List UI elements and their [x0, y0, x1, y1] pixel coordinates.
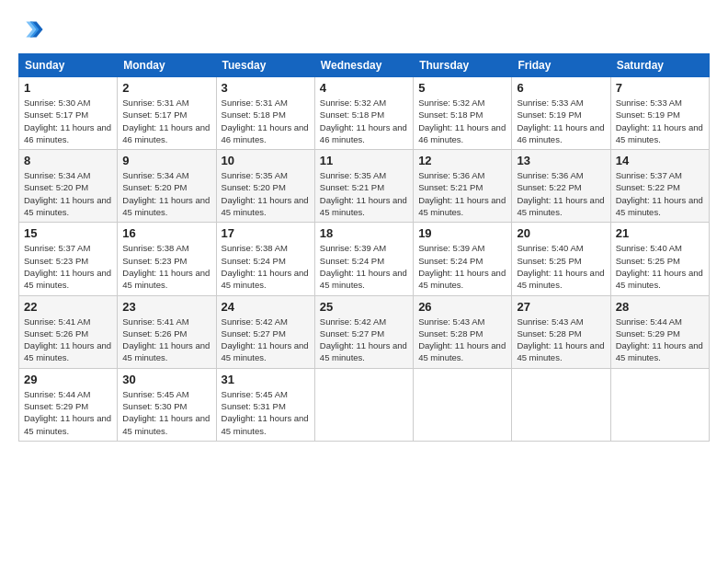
calendar-cell: 19 Sunrise: 5:39 AMSunset: 5:24 PMDaylig… [414, 223, 512, 295]
day-number: 25 [320, 300, 408, 314]
day-detail: Sunrise: 5:42 AMSunset: 5:27 PMDaylight:… [320, 316, 407, 363]
day-number: 9 [122, 154, 210, 167]
day-detail: Sunrise: 5:36 AMSunset: 5:21 PMDaylight:… [418, 170, 506, 217]
calendar-cell: 7 Sunrise: 5:33 AMSunset: 5:19 PMDayligh… [610, 77, 709, 150]
day-number: 18 [320, 226, 408, 240]
calendar-cell: 24 Sunrise: 5:42 AMSunset: 5:27 PMDaylig… [216, 295, 314, 368]
calendar-cell: 2 Sunrise: 5:31 AMSunset: 5:17 PMDayligh… [118, 77, 216, 150]
day-number: 6 [517, 81, 605, 95]
calendar-week-4: 22 Sunrise: 5:41 AMSunset: 5:26 PMDaylig… [19, 295, 710, 368]
day-detail: Sunrise: 5:32 AMSunset: 5:18 PMDaylight:… [418, 98, 506, 144]
day-number: 23 [122, 300, 210, 314]
day-number: 17 [222, 226, 310, 240]
calendar-cell: 22 Sunrise: 5:41 AMSunset: 5:26 PMDaylig… [19, 295, 118, 368]
logo-icon [18, 17, 44, 42]
calendar-week-3: 15 Sunrise: 5:37 AMSunset: 5:23 PMDaylig… [19, 223, 710, 295]
day-detail: Sunrise: 5:40 AMSunset: 5:25 PMDaylight:… [517, 243, 604, 290]
day-detail: Sunrise: 5:41 AMSunset: 5:26 PMDaylight:… [122, 316, 210, 363]
calendar-cell: 16 Sunrise: 5:38 AMSunset: 5:23 PMDaylig… [118, 223, 216, 295]
day-number: 2 [122, 81, 210, 95]
calendar-cell: 5 Sunrise: 5:32 AMSunset: 5:18 PMDayligh… [414, 77, 512, 150]
calendar-cell: 28 Sunrise: 5:44 AMSunset: 5:29 PMDaylig… [610, 295, 709, 368]
day-number: 31 [222, 373, 310, 386]
calendar-cell: 23 Sunrise: 5:41 AMSunset: 5:26 PMDaylig… [118, 295, 216, 368]
day-number: 15 [24, 226, 112, 240]
day-detail: Sunrise: 5:37 AMSunset: 5:23 PMDaylight:… [24, 243, 111, 290]
day-number: 29 [24, 373, 112, 386]
calendar-cell: 18 Sunrise: 5:39 AMSunset: 5:24 PMDaylig… [314, 223, 413, 295]
day-detail: Sunrise: 5:31 AMSunset: 5:17 PMDaylight:… [122, 98, 210, 144]
day-number: 7 [616, 81, 704, 95]
day-detail: Sunrise: 5:43 AMSunset: 5:28 PMDaylight:… [517, 316, 604, 363]
calendar-cell: 17 Sunrise: 5:38 AMSunset: 5:24 PMDaylig… [216, 223, 314, 295]
calendar-cell: 13 Sunrise: 5:36 AMSunset: 5:22 PMDaylig… [512, 150, 610, 223]
day-header-friday: Friday [512, 54, 610, 77]
day-number: 21 [616, 226, 704, 240]
calendar-table: SundayMondayTuesdayWednesdayThursdayFrid… [18, 53, 710, 442]
day-detail: Sunrise: 5:40 AMSunset: 5:25 PMDaylight:… [616, 243, 703, 290]
calendar-week-1: 1 Sunrise: 5:30 AMSunset: 5:17 PMDayligh… [19, 77, 710, 150]
header [18, 17, 710, 42]
calendar-cell: 21 Sunrise: 5:40 AMSunset: 5:25 PMDaylig… [610, 223, 709, 295]
day-detail: Sunrise: 5:32 AMSunset: 5:18 PMDaylight:… [320, 98, 407, 144]
day-number: 13 [517, 154, 605, 167]
calendar-cell: 3 Sunrise: 5:31 AMSunset: 5:18 PMDayligh… [216, 77, 314, 150]
calendar-cell: 27 Sunrise: 5:43 AMSunset: 5:28 PMDaylig… [512, 295, 610, 368]
day-number: 8 [24, 154, 112, 167]
calendar-cell: 26 Sunrise: 5:43 AMSunset: 5:28 PMDaylig… [414, 295, 512, 368]
calendar-cell: 14 Sunrise: 5:37 AMSunset: 5:22 PMDaylig… [610, 150, 709, 223]
day-detail: Sunrise: 5:37 AMSunset: 5:22 PMDaylight:… [616, 170, 703, 217]
calendar-cell: 11 Sunrise: 5:35 AMSunset: 5:21 PMDaylig… [314, 150, 413, 223]
day-detail: Sunrise: 5:45 AMSunset: 5:31 PMDaylight:… [222, 389, 309, 436]
calendar-cell: 12 Sunrise: 5:36 AMSunset: 5:21 PMDaylig… [414, 150, 512, 223]
calendar-cell [512, 368, 610, 441]
calendar-cell: 20 Sunrise: 5:40 AMSunset: 5:25 PMDaylig… [512, 223, 610, 295]
day-detail: Sunrise: 5:34 AMSunset: 5:20 PMDaylight:… [24, 170, 111, 217]
day-detail: Sunrise: 5:36 AMSunset: 5:22 PMDaylight:… [517, 170, 604, 217]
day-number: 24 [222, 300, 310, 314]
day-number: 3 [222, 81, 310, 95]
day-detail: Sunrise: 5:34 AMSunset: 5:20 PMDaylight:… [122, 170, 210, 217]
calendar-cell [314, 368, 413, 441]
day-detail: Sunrise: 5:35 AMSunset: 5:21 PMDaylight:… [320, 170, 407, 217]
day-number: 20 [517, 226, 605, 240]
calendar-cell: 8 Sunrise: 5:34 AMSunset: 5:20 PMDayligh… [19, 150, 118, 223]
day-detail: Sunrise: 5:31 AMSunset: 5:18 PMDaylight:… [222, 98, 309, 144]
calendar-cell: 1 Sunrise: 5:30 AMSunset: 5:17 PMDayligh… [19, 77, 118, 150]
day-detail: Sunrise: 5:38 AMSunset: 5:23 PMDaylight:… [122, 243, 210, 290]
day-number: 22 [24, 300, 112, 314]
calendar-cell [414, 368, 512, 441]
day-number: 27 [517, 300, 605, 314]
calendar-cell: 30 Sunrise: 5:45 AMSunset: 5:30 PMDaylig… [118, 368, 216, 441]
day-number: 11 [320, 154, 408, 167]
calendar-cell: 31 Sunrise: 5:45 AMSunset: 5:31 PMDaylig… [216, 368, 314, 441]
calendar-cell: 10 Sunrise: 5:35 AMSunset: 5:20 PMDaylig… [216, 150, 314, 223]
day-number: 30 [122, 373, 210, 386]
page: SundayMondayTuesdayWednesdayThursdayFrid… [0, 0, 728, 451]
calendar-cell: 29 Sunrise: 5:44 AMSunset: 5:29 PMDaylig… [19, 368, 118, 441]
day-number: 28 [616, 300, 704, 314]
day-number: 26 [418, 300, 506, 314]
day-detail: Sunrise: 5:44 AMSunset: 5:29 PMDaylight:… [616, 316, 703, 363]
calendar-cell: 6 Sunrise: 5:33 AMSunset: 5:19 PMDayligh… [512, 77, 610, 150]
day-header-monday: Monday [118, 54, 216, 77]
day-header-wednesday: Wednesday [314, 54, 413, 77]
day-detail: Sunrise: 5:41 AMSunset: 5:26 PMDaylight:… [24, 316, 111, 363]
calendar-cell: 4 Sunrise: 5:32 AMSunset: 5:18 PMDayligh… [314, 77, 413, 150]
calendar-week-2: 8 Sunrise: 5:34 AMSunset: 5:20 PMDayligh… [19, 150, 710, 223]
calendar-cell: 15 Sunrise: 5:37 AMSunset: 5:23 PMDaylig… [19, 223, 118, 295]
day-detail: Sunrise: 5:45 AMSunset: 5:30 PMDaylight:… [122, 389, 210, 436]
day-detail: Sunrise: 5:33 AMSunset: 5:19 PMDaylight:… [517, 98, 604, 144]
day-detail: Sunrise: 5:44 AMSunset: 5:29 PMDaylight:… [24, 389, 111, 436]
day-header-saturday: Saturday [610, 54, 709, 77]
day-detail: Sunrise: 5:35 AMSunset: 5:20 PMDaylight:… [222, 170, 309, 217]
day-number: 19 [418, 226, 506, 240]
logo [18, 17, 48, 42]
day-number: 4 [320, 81, 408, 95]
day-detail: Sunrise: 5:39 AMSunset: 5:24 PMDaylight:… [320, 243, 407, 290]
day-detail: Sunrise: 5:38 AMSunset: 5:24 PMDaylight:… [222, 243, 309, 290]
day-detail: Sunrise: 5:43 AMSunset: 5:28 PMDaylight:… [418, 316, 506, 363]
day-header-thursday: Thursday [414, 54, 512, 77]
calendar-cell [610, 368, 709, 441]
calendar-cell: 9 Sunrise: 5:34 AMSunset: 5:20 PMDayligh… [118, 150, 216, 223]
